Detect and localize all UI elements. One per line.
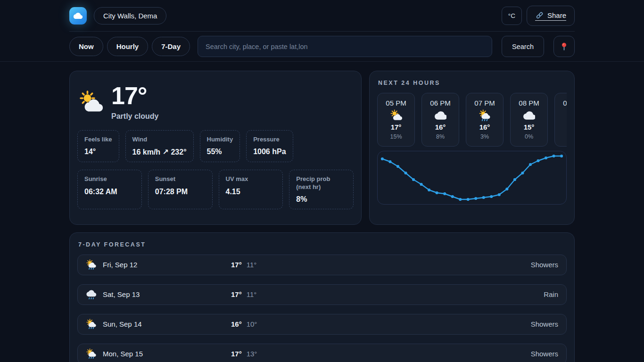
day-high: 17°: [231, 261, 242, 269]
forecast-row: Mon, Sep 15 17° 13° Showers: [77, 344, 567, 362]
day-high: 16°: [231, 320, 242, 328]
next-24-hours-card: NEXT 24 HOURS 05 PM 17° 15% 06 PM 16° 8%…: [369, 71, 575, 225]
day-low: 11°: [247, 261, 257, 269]
day-weather-icon: [86, 319, 97, 329]
top-bar: City Walls, Dema °C Share: [0, 0, 644, 32]
seven-day-forecast-card: 7-DAY FORECAST Fri, Sep 12 17° 11° Showe…: [69, 232, 575, 362]
day-weather-icon: [86, 289, 97, 300]
unit-toggle-button[interactable]: °C: [502, 7, 522, 25]
tab-7day[interactable]: 7-Day: [152, 37, 190, 56]
stat-pressure: Pressure 1006 hPa: [246, 130, 293, 162]
tab-now[interactable]: Now: [69, 37, 103, 56]
current-weather-icon: [78, 90, 103, 115]
stat-precip-prob: Precip prob (next hr) 8%: [289, 170, 354, 209]
share-button[interactable]: Share: [527, 6, 575, 26]
nav-bar: Now Hourly 7-Day Search: [0, 32, 644, 62]
logo-cloud-icon: [73, 11, 83, 21]
tab-hourly[interactable]: Hourly: [107, 37, 149, 56]
current-conditions-card: 17° Partly cloudy Feels like 14° Wind 16…: [69, 71, 362, 225]
day-low: 10°: [247, 320, 257, 328]
day-condition: Showers: [257, 320, 558, 328]
forecast-row: Sat, Sep 13 17° 11° Rain: [77, 284, 567, 305]
stat-feels-like: Feels like 14°: [77, 130, 119, 162]
stat-sunrise: Sunrise 06:32 AM: [77, 170, 142, 209]
stat-wind: Wind 16 km/h ↗ 232°: [125, 130, 194, 162]
hourly-strip[interactable]: 05 PM 17° 15% 06 PM 16° 8% 07 PM 16° 3%: [377, 93, 567, 147]
search-button[interactable]: Search: [502, 36, 544, 57]
next-24-hours-title: NEXT 24 HOURS: [378, 80, 567, 86]
day-low: 11°: [247, 290, 257, 298]
day-high: 17°: [231, 350, 242, 358]
location-chip[interactable]: City Walls, Dema: [94, 7, 166, 25]
day-condition: Rain: [256, 290, 558, 298]
hour-card: 06 PM 16° 8%: [421, 93, 459, 147]
current-condition: Partly cloudy: [111, 112, 158, 121]
day-condition: Showers: [257, 350, 558, 358]
hour-card: 05 PM 17° 15%: [377, 93, 415, 147]
stat-humidity: Humidity 55%: [200, 130, 240, 162]
hour-card: 08 PM 15° 0%: [510, 93, 548, 147]
seven-day-title: 7-DAY FORECAST: [78, 241, 567, 248]
hour-weather-icon: [479, 109, 491, 122]
share-label: Share: [547, 11, 566, 19]
day-low: 13°: [247, 350, 257, 358]
hour-weather-icon: [390, 109, 402, 122]
day-weather-icon: [86, 348, 97, 359]
link-icon: [535, 11, 544, 20]
hour-card: 09 PM: [554, 93, 567, 147]
stat-sunset: Sunset 07:28 PM: [148, 170, 213, 209]
current-temp: 17°: [111, 83, 158, 108]
hour-weather-icon: [434, 109, 446, 122]
forecast-row: Fri, Sep 12 17° 11° Showers: [77, 255, 567, 275]
hour-weather-icon: [523, 109, 535, 122]
trend-chart-svg: [378, 151, 566, 204]
use-location-button[interactable]: [553, 36, 575, 57]
pushpin-icon: [559, 41, 569, 51]
stats-row-2: Sunrise 06:32 AM Sunset 07:28 PM UV max …: [77, 170, 354, 209]
forecast-row: Sun, Sep 14 16° 10° Showers: [77, 314, 567, 335]
stats-row-1: Feels like 14° Wind 16 km/h ↗ 232° Humid…: [77, 130, 354, 162]
stat-uv-max: UV max 4.15: [219, 170, 283, 209]
day-condition: Showers: [256, 261, 558, 269]
temperature-trend-chart: [377, 151, 567, 205]
app-logo: [69, 7, 87, 25]
hour-card: 07 PM 16° 3%: [466, 93, 504, 147]
day-high: 17°: [231, 290, 242, 298]
day-weather-icon: [86, 259, 97, 270]
search-input[interactable]: [198, 36, 492, 57]
